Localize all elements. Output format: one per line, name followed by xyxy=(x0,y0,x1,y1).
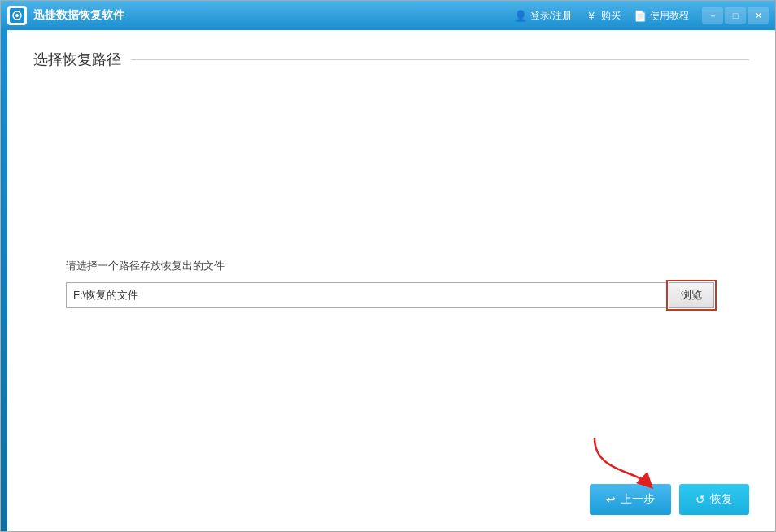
buy-icon: ¥ xyxy=(585,9,598,22)
path-selector-area: 请选择一个路径存放恢复出的文件 浏览 xyxy=(33,94,749,476)
path-label: 请选择一个路径存放恢复出的文件 xyxy=(66,259,225,273)
minimize-button[interactable]: － xyxy=(702,7,723,24)
bottom-action-area: ↩ 上一步 ↺ 恢复 xyxy=(33,476,749,515)
main-area: 选择恢复路径 请选择一个路径存放恢复出的文件 浏览 xyxy=(1,30,775,531)
tutorial-icon: 📄 xyxy=(634,9,647,22)
window-controls: － □ ✕ xyxy=(702,7,769,24)
browse-btn-wrapper: 浏览 xyxy=(666,280,717,311)
restore-label: 恢复 xyxy=(710,492,733,507)
path-input[interactable] xyxy=(66,282,666,308)
title-bar: 迅捷数据恢复软件 👤 登录/注册 ¥ 购买 📄 使用教程 － □ ✕ xyxy=(1,1,775,30)
section-divider xyxy=(131,59,749,60)
nav-login-label: 登录/注册 xyxy=(530,9,572,23)
app-title: 迅捷数据恢复软件 xyxy=(33,8,514,23)
nav-tutorial-label: 使用教程 xyxy=(650,9,689,23)
close-button[interactable]: ✕ xyxy=(748,7,769,24)
back-button[interactable]: ↩ 上一步 xyxy=(590,484,671,515)
nav-buy-label: 购买 xyxy=(601,9,621,23)
svg-point-2 xyxy=(15,14,19,17)
restore-icon: ↺ xyxy=(695,493,705,506)
left-accent-bar xyxy=(1,30,7,531)
back-icon: ↩ xyxy=(606,493,616,506)
maximize-button[interactable]: □ xyxy=(725,7,746,24)
section-header: 选择恢复路径 xyxy=(33,50,749,69)
restore-button[interactable]: ↺ 恢复 xyxy=(679,484,749,515)
app-logo-icon xyxy=(7,6,27,25)
app-window: 迅捷数据恢复软件 👤 登录/注册 ¥ 购买 📄 使用教程 － □ ✕ xyxy=(0,0,776,532)
browse-button[interactable]: 浏览 xyxy=(669,282,714,308)
login-icon: 👤 xyxy=(514,9,527,22)
content-area: 选择恢复路径 请选择一个路径存放恢复出的文件 浏览 xyxy=(7,30,775,531)
section-title: 选择恢复路径 xyxy=(33,50,121,69)
nav-tutorial[interactable]: 📄 使用教程 xyxy=(634,9,689,23)
nav-buy[interactable]: ¥ 购买 xyxy=(585,9,621,23)
title-nav: 👤 登录/注册 ¥ 购买 📄 使用教程 xyxy=(514,9,689,23)
back-label: 上一步 xyxy=(621,492,655,507)
nav-login[interactable]: 👤 登录/注册 xyxy=(514,9,572,23)
path-input-row: 浏览 xyxy=(66,280,717,311)
